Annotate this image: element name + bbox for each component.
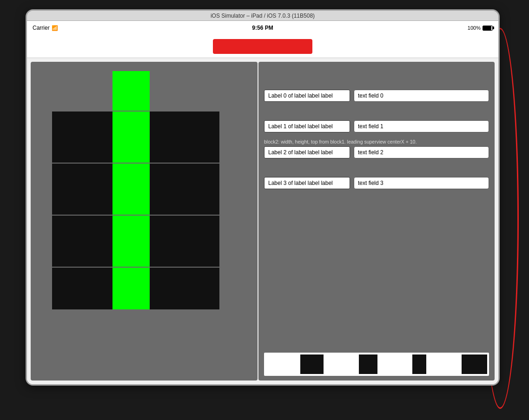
label-0: Label 0 of label label label [264,90,350,102]
block-center-green-4 [112,268,150,309]
block-center-green-2 [112,164,150,215]
block-row-1 [52,112,219,163]
block-row-2 [52,164,219,215]
block-right-black-1 [150,112,219,163]
block-row-4 [52,268,219,309]
mid-spacer-3 [264,163,489,177]
note-label: block2: width, height, top from block1. … [264,139,489,144]
left-panel [31,62,258,381]
strip-white-3 [427,354,461,374]
top-spacer [264,66,489,90]
simulator-wrapper: iOS Simulator – iPad / iOS 7.0.3 (11B508… [0,0,529,420]
strip-white-2 [378,354,412,374]
status-bar: Carrier 📶 9:56 PM 100% [27,21,498,35]
strip-black-1 [359,354,377,374]
battery-pct-label: 100% [468,25,481,31]
field-row-3: Label 3 of label label label [264,177,489,189]
strip-black-3 [462,354,487,374]
status-time: 9:56 PM [252,25,273,31]
label-2: Label 2 of label label label [264,146,350,158]
wifi-icon: 📶 [52,25,58,31]
content-area: Label 0 of label label label Label 1 of … [27,58,498,384]
block-left-black-2 [52,164,112,215]
field-row-0: Label 0 of label label label [264,90,489,102]
block-right-black-4 [150,268,219,309]
strip-white-1 [324,354,358,374]
left-blocks [52,71,219,309]
ipad-screen: Carrier 📶 9:56 PM 100% [27,21,498,384]
bottom-strip [264,353,489,376]
text-field-0[interactable] [354,90,489,102]
strip-black-0 [300,354,324,374]
block-left-black-4 [52,268,112,309]
field-row-2: Label 2 of label label label [264,146,489,158]
label-1: Label 1 of label label label [264,120,350,132]
text-field-1[interactable] [354,120,489,132]
title-bar-text: iOS Simulator – iPad / iOS 7.0.3 (11B508… [211,13,315,19]
text-field-2[interactable] [354,146,489,158]
block-right-black-2 [150,164,219,215]
block-left-black-3 [52,216,112,267]
block-top-green [112,71,150,111]
battery-fill [483,26,491,30]
block-center-green-3 [112,216,150,267]
right-panel: Label 0 of label label label Label 1 of … [258,62,495,381]
block-left-black-1 [52,112,112,163]
status-left: Carrier 📶 [33,25,58,31]
battery-icon [483,26,493,31]
simulator-frame: iOS Simulator – iPad / iOS 7.0.3 (11B508… [26,9,500,386]
text-field-3[interactable] [354,177,489,189]
strip-black-2 [412,354,426,374]
field-row-1: Label 1 of label label label [264,120,489,132]
label-3: Label 3 of label label label [264,177,350,189]
block-right-black-3 [150,216,219,267]
block-center-green-1 [112,112,150,163]
carrier-label: Carrier [33,25,50,31]
bottom-filler [264,194,489,353]
title-bar: iOS Simulator – iPad / iOS 7.0.3 (11B508… [27,11,498,21]
strip-white-0 [266,354,299,374]
nav-title-button[interactable] [213,39,312,54]
nav-bar [27,35,498,58]
block-row-3 [52,216,219,267]
mid-spacer-1 [264,106,489,120]
status-right: 100% [468,25,493,31]
